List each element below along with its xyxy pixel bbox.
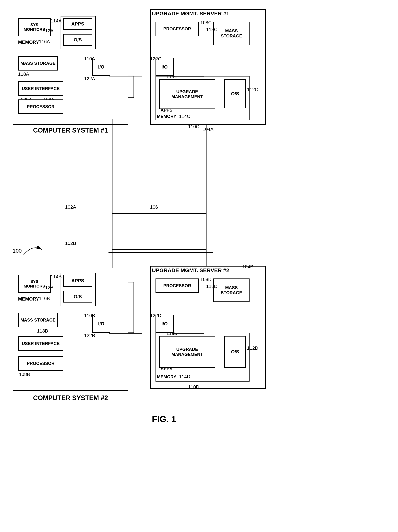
ref-114D: 114D [179,374,190,380]
ref-118D: 118D [206,284,217,289]
ref-100: 100 [13,248,22,254]
cs2-mass-storage: MASS STORAGE [18,313,58,327]
ref-114A: 114A [51,18,62,24]
ref-122B: 122B [84,333,95,338]
ref-116B: 116B [39,296,50,301]
ref-110D: 110D [188,384,199,390]
ref-122D: 122D [150,313,161,318]
cs1-mass-storage: MASS STORAGE [18,56,58,70]
cs1-user-interface: USER INTERFACE [18,81,63,96]
ref-122C: 122C [150,56,161,62]
ums2-title-inside: UPGRADE MGMT. SERVER #2 [152,267,229,273]
cs1-memory-label: MEMORY [18,39,39,45]
cs2-processor: PROCESSOR [18,356,63,371]
ref-108D: 108D [200,277,212,282]
ref-116A: 116A [39,39,50,44]
ref-110C: 110C [188,124,199,129]
ref-102B: 102B [65,241,76,246]
ref-112D: 112D [247,345,258,351]
ref-114B: 114B [51,274,62,279]
ums2-upgrade-mgmt: UPGRADE MANAGEMENT [159,336,215,368]
cs2-memory-label: MEMORY [18,296,39,302]
ref-102A: 102A [65,204,76,210]
ums1-os: O/S [224,79,246,108]
ums2-os: O/S [224,336,246,368]
ref-104B: 104B [242,264,253,270]
cs2-apps-os-container [61,273,96,306]
ums1-memory-label: MEMORY [157,114,176,119]
cs2-user-interface: USER INTERFACE [18,336,63,351]
ums1-title-inside: UPGRADE MGMT. SERVER #1 [152,11,229,17]
ums1-upgrade-mgmt: UPGRADE MANAGEMENT [159,79,215,109]
ums1-mass-storage: MASS STORAGE [213,22,250,45]
ums1-processor: PROCESSOR [156,22,199,36]
ref-108C: 108C [200,20,212,25]
ref-110A: 110A [84,56,95,62]
cs1-apps-os-container [61,16,96,49]
ums2-apps-label: APPS [161,366,172,371]
fig-label: FIG. 1 [152,414,176,424]
ref-114C: 114C [179,114,190,119]
ref-110B: 110B [84,313,95,318]
ums2-mass-storage: MASS STORAGE [213,279,250,302]
ref-106: 106 [150,204,158,210]
ref-118C: 118C [206,27,217,32]
ref-118B: 118B [37,328,48,334]
ref-112A: 112A [43,28,54,34]
ums2-processor: PROCESSOR [156,279,199,293]
ref-122A: 122A [84,76,95,82]
ref-118A: 118A [18,71,29,77]
ref-112B: 112B [43,285,54,291]
cs2-title: COMPUTER SYSTEM #2 [13,394,128,402]
cs1-processor: PROCESSOR [18,100,63,114]
ref-112C: 112C [247,87,258,92]
ums2-memory-label: MEMORY [157,374,176,379]
ref-108B: 108B [19,372,30,377]
ums1-apps-label: APPS [161,108,172,113]
